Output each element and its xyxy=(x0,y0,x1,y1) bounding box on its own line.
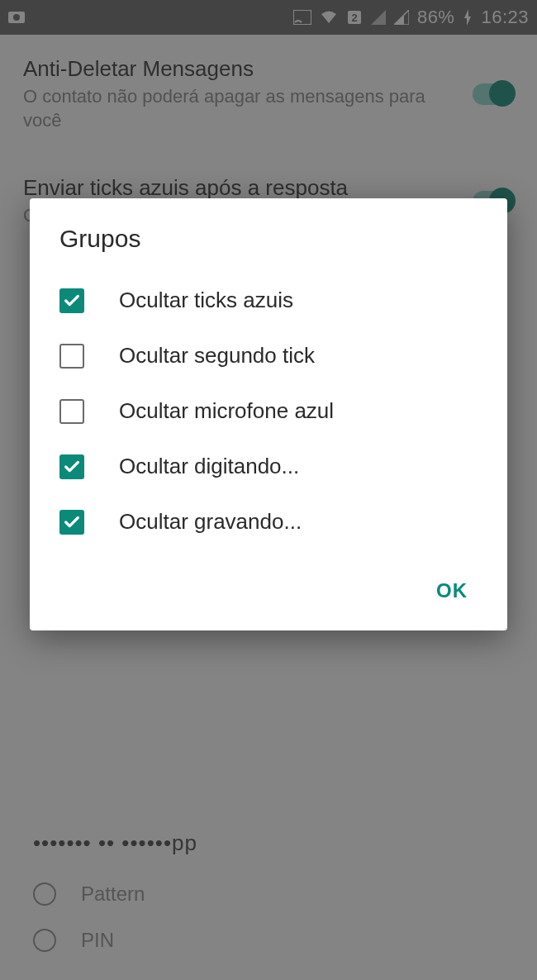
option-label: Ocultar segundo tick xyxy=(119,343,315,369)
option-label: Ocultar ticks azuis xyxy=(119,288,293,313)
option-label: Ocultar digitando... xyxy=(119,454,299,479)
checkbox-unchecked-icon xyxy=(59,399,84,424)
dialog-title: Grupos xyxy=(30,225,507,266)
option-label: Ocultar gravando... xyxy=(119,509,302,535)
dialog-option-0[interactable]: Ocultar ticks azuis xyxy=(30,273,507,328)
ok-button[interactable]: OK xyxy=(426,571,478,611)
dialog-option-2[interactable]: Ocultar microfone azul xyxy=(30,383,507,439)
dialog-option-3[interactable]: Ocultar digitando... xyxy=(30,439,507,494)
checkbox-checked-icon xyxy=(59,288,84,313)
dialog-options: Ocultar ticks azuisOcultar segundo tickO… xyxy=(30,266,507,556)
checkbox-checked-icon xyxy=(59,510,84,535)
dialog-grupos: Grupos Ocultar ticks azuisOcultar segund… xyxy=(30,198,507,630)
checkbox-checked-icon xyxy=(59,454,84,479)
checkbox-unchecked-icon xyxy=(59,344,84,369)
screen: 2 86% 16:23 Anti-Deletar Mensagens O con… xyxy=(0,0,537,980)
dialog-option-1[interactable]: Ocultar segundo tick xyxy=(30,328,507,383)
dialog-actions: OK xyxy=(30,556,507,621)
dialog-option-4[interactable]: Ocultar gravando... xyxy=(30,494,507,549)
option-label: Ocultar microfone azul xyxy=(119,398,334,424)
